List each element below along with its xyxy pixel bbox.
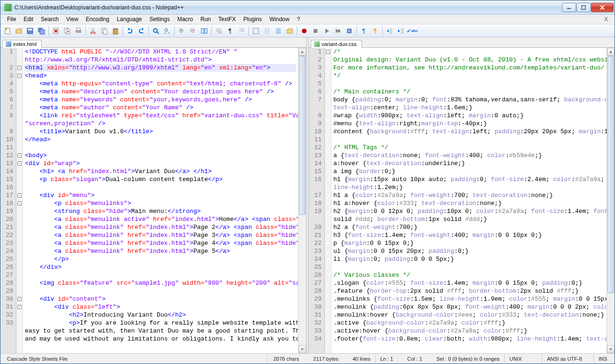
svg-rect-18 [77, 28, 80, 30]
separator [85, 26, 86, 36]
left-fold-column[interactable]: −−−−−−−− [16, 48, 23, 353]
separator [123, 26, 123, 36]
redo-icon[interactable] [136, 26, 146, 36]
zoom-out-icon[interactable] [188, 26, 198, 36]
menu-view[interactable]: View [62, 15, 82, 23]
menu-help[interactable]: ? [293, 15, 304, 23]
separator [48, 26, 49, 36]
file-icon [6, 41, 11, 47]
save-macro-icon[interactable] [344, 26, 354, 36]
menu-language[interactable]: Language [113, 15, 146, 23]
print-icon[interactable] [73, 26, 84, 36]
tab-index-html[interactable]: index.html [2, 40, 42, 48]
svg-rect-41 [265, 28, 267, 34]
right-scrollbar[interactable]: ▲ ▼ [607, 48, 615, 353]
paste-icon[interactable] [110, 26, 121, 36]
svg-rect-36 [205, 29, 207, 33]
scroll-thumb[interactable] [299, 56, 306, 215]
menu-plugins[interactable]: Plugins [239, 15, 265, 23]
save-icon[interactable] [25, 26, 35, 36]
left-code[interactable]: <!DOCTYPE html PUBLIC "-//W3C//DTD XHTML… [23, 48, 298, 353]
file-icon [314, 41, 320, 47]
status-lang: Cascade Style Sheets File [2, 354, 268, 364]
zoom-in-icon[interactable] [177, 26, 187, 36]
copy-icon[interactable] [99, 26, 109, 36]
show-all-chars-icon[interactable]: ¶ [225, 26, 235, 36]
menu-settings[interactable]: Settings [146, 15, 173, 23]
left-gutter: 1234567891011121314151617181920212223242… [0, 48, 16, 353]
save-all-icon[interactable] [36, 26, 46, 36]
svg-line-21 [92, 28, 94, 32]
menu-search[interactable]: Search [37, 15, 62, 23]
menu-textfx[interactable]: TextFX [215, 15, 239, 23]
menu-macro[interactable]: Macro [174, 15, 197, 23]
scroll-down-icon[interactable]: ▼ [299, 345, 306, 353]
tab-variant-duo-css[interactable]: variant-duo.css [311, 40, 362, 48]
doc-map-icon[interactable] [262, 26, 272, 36]
separator [297, 26, 297, 36]
pilcrow-blue-icon[interactable]: ¶ [359, 26, 369, 36]
cut-icon[interactable] [88, 26, 98, 36]
right-code[interactable]: /*Original design: Variant Duo (v1.0 - O… [331, 48, 607, 353]
sync-scroll-icon[interactable] [199, 26, 209, 36]
open-file-icon[interactable] [14, 26, 24, 36]
close-button[interactable] [591, 3, 614, 12]
stop-macro-icon[interactable] [310, 26, 321, 36]
udl-icon[interactable] [251, 26, 261, 36]
play-multi-icon[interactable] [333, 26, 343, 36]
svg-point-20 [93, 32, 95, 34]
status-pos: Ln : 1 Col : 1 Sel : 0 (0 bytes) in 0 ra… [376, 354, 505, 364]
new-file-icon[interactable] [2, 26, 13, 36]
replace-icon[interactable] [162, 26, 172, 36]
menu-encoding[interactable]: Encoding [82, 15, 113, 23]
svg-rect-24 [103, 30, 107, 34]
wordwrap-icon[interactable] [214, 26, 224, 36]
menu-run[interactable]: Run [197, 15, 215, 23]
indent-icon[interactable] [396, 26, 406, 36]
minimize-button[interactable] [562, 3, 576, 12]
svg-line-22 [92, 28, 94, 32]
find-icon[interactable] [151, 26, 161, 36]
left-scrollbar[interactable]: ▲ ▼ [298, 48, 306, 353]
scroll-up-icon[interactable]: ▲ [299, 48, 306, 56]
right-editor[interactable]: 1234567891011121314151617181920212223242… [309, 48, 615, 353]
right-pane: variant-duo.css 123456789101112131415161… [309, 38, 615, 353]
indent-guide-icon[interactable] [236, 26, 246, 36]
svg-line-28 [157, 32, 159, 34]
titlebar[interactable]: C:\Users\Andreas\Desktop\variant-duo\var… [0, 0, 615, 15]
separator [148, 26, 149, 36]
scroll-track[interactable] [299, 56, 306, 345]
folder-icon[interactable] [284, 26, 295, 36]
maximize-button[interactable] [577, 3, 591, 12]
function-list-icon[interactable] [273, 26, 284, 36]
left-editor[interactable]: 1234567891011121314151617181920212223242… [0, 48, 306, 353]
play-macro-icon[interactable] [322, 26, 332, 36]
svg-rect-35 [201, 29, 204, 33]
app-icon [4, 4, 12, 11]
tab-label: index.html [13, 41, 37, 47]
record-macro-icon[interactable] [299, 26, 309, 36]
svg-rect-1 [582, 6, 585, 9]
right-gutter: 1234567891011121314151617181920212223242… [309, 48, 325, 353]
status-insert: INS [594, 354, 613, 364]
right-fold-column[interactable]: − [325, 48, 331, 353]
scroll-up-icon[interactable]: ▲ [607, 48, 615, 56]
scroll-track[interactable] [607, 56, 615, 345]
svg-rect-40 [253, 28, 259, 34]
menu-file[interactable]: File [3, 15, 20, 23]
scroll-down-icon[interactable]: ▼ [607, 345, 615, 353]
pilcrow-orange-icon[interactable]: ¶ [370, 26, 380, 36]
menu-window[interactable]: Window [266, 15, 293, 23]
close-all-icon[interactable] [62, 26, 72, 36]
svg-rect-9 [40, 30, 45, 34]
scroll-thumb[interactable] [607, 56, 614, 293]
outdent-icon[interactable] [384, 26, 395, 36]
menubar-close-icon[interactable]: X [600, 16, 612, 23]
spellcheck-icon[interactable]: ✓abc [407, 26, 417, 36]
separator [211, 26, 212, 36]
svg-point-46 [302, 29, 307, 33]
separator [248, 26, 249, 36]
close-file-icon[interactable] [51, 26, 61, 36]
menu-edit[interactable]: Edit [20, 15, 37, 23]
undo-icon[interactable] [125, 26, 135, 36]
